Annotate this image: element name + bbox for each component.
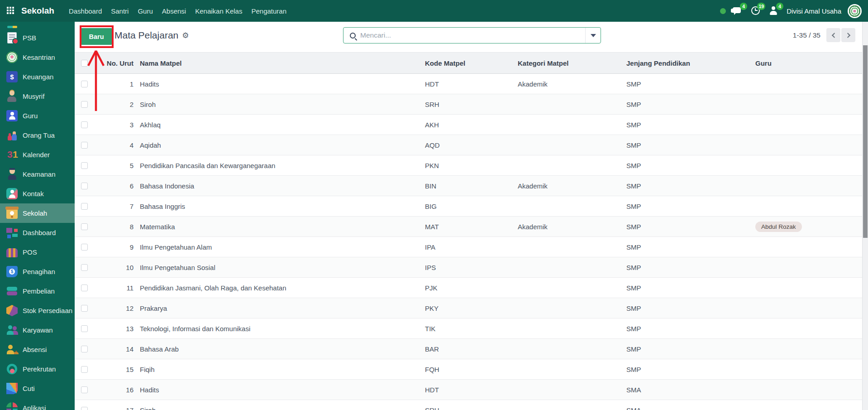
activities-badge: 19 — [757, 3, 765, 10]
table-row[interactable]: 17SirohSRHSMA — [75, 400, 862, 410]
table-row[interactable]: 15FiqihFQHSMP — [75, 359, 862, 380]
user-avatar[interactable] — [848, 4, 862, 18]
table-row[interactable]: 9Ilmu Pengetahuan AlamIPASMP — [75, 237, 862, 257]
sidebar-item-absensi[interactable]: Absensi — [0, 340, 75, 359]
messages-button[interactable]: 4 — [732, 5, 744, 16]
cell-jenjang-pendidikan: SMP — [622, 366, 751, 373]
sidebar-item-aplikasi[interactable]: Aplikasi — [0, 398, 75, 410]
row-checkbox[interactable] — [81, 81, 88, 87]
cell-jenjang-pendidikan: SMP — [622, 243, 751, 251]
sidebar-item-kesantrian[interactable]: Kesantrian — [0, 48, 75, 67]
cell-kategori-matpel: Akademik — [514, 182, 622, 190]
top-menu-item-kenaikan-kelas[interactable]: Kenaikan Kelas — [191, 0, 247, 22]
requests-button[interactable]: 4 — [768, 5, 780, 16]
sidebar-item-keuangan[interactable]: Keuangan — [0, 67, 75, 87]
top-menu-item-dashboard[interactable]: Dashboard — [64, 0, 106, 22]
row-checkbox[interactable] — [81, 223, 88, 230]
sidebar-item-pembelian[interactable]: Pembelian — [0, 281, 75, 301]
row-checkbox[interactable] — [81, 366, 88, 373]
control-panel: Baru Mata Pelajaran ⚙ 1-35 / 35 — [75, 22, 868, 52]
sidebar: PSBKesantrianKeuanganMusyrifGuruOrang Tu… — [0, 22, 75, 410]
table-row[interactable]: 7Bahasa InggrisBIGSMP — [75, 196, 862, 217]
table-row[interactable]: 14Bahasa ArabBARSMP — [75, 339, 862, 359]
sidebar-item-label: Kesantrian — [23, 53, 55, 61]
cell-jenjang-pendidikan: SMP — [622, 345, 751, 353]
row-checkbox[interactable] — [81, 325, 88, 332]
row-checkbox[interactable] — [81, 305, 88, 312]
table-row[interactable]: 6Bahasa IndonesiaBINAkademikSMP — [75, 176, 862, 196]
sidebar-item-keamanan[interactable]: Keamanan — [0, 164, 75, 184]
table-row[interactable]: 3AkhlaqAKHSMP — [75, 115, 862, 135]
apps-menu-icon[interactable] — [7, 7, 15, 15]
cell-no-urut: 9 — [91, 243, 136, 251]
chat-bubble-icon — [733, 7, 741, 13]
cell-kode-matpel: SRH — [421, 406, 514, 410]
sidebar-item-kontak[interactable]: Kontak — [0, 184, 75, 203]
sidebar-item-cuti[interactable]: Cuti — [0, 379, 75, 398]
table-row[interactable]: 5Pendidikan Pancasila dan Kewarganegaraa… — [75, 155, 862, 176]
top-menu-item-pengaturan[interactable]: Pengaturan — [247, 0, 291, 22]
row-checkbox[interactable] — [81, 101, 88, 108]
sidebar-item-perekrutan[interactable]: Perekrutan — [0, 359, 75, 379]
table-row[interactable]: 4AqidahAQDSMP — [75, 135, 862, 155]
user-name[interactable]: Divisi Amal Usaha — [787, 7, 841, 15]
table-header-row: No. UrutNama MatpelKode MatpelKategori M… — [75, 52, 862, 74]
gear-icon[interactable]: ⚙ — [182, 32, 189, 39]
table-row[interactable]: 1HaditsHDTAkademikSMP — [75, 74, 862, 94]
sidebar-item-karyawan[interactable]: Karyawan — [0, 320, 75, 340]
top-menu-item-guru[interactable]: Guru — [133, 0, 157, 22]
column-header-kode-matpel[interactable]: Kode Matpel — [421, 59, 514, 67]
top-menu-item-absensi[interactable]: Absensi — [157, 0, 191, 22]
table-row[interactable]: 8MatematikaMATAkademikSMPAbdul Rozak — [75, 217, 862, 237]
column-header-nama-matpel[interactable]: Nama Matpel — [136, 59, 421, 67]
sidebar-item-kalender[interactable]: Kalender — [0, 145, 75, 164]
new-button[interactable]: Baru — [81, 28, 112, 45]
guru-tag[interactable]: Abdul Rozak — [755, 222, 802, 232]
row-checkbox[interactable] — [81, 346, 88, 352]
row-checkbox[interactable] — [81, 203, 88, 210]
row-checkbox[interactable] — [81, 386, 88, 393]
sidebar-item-dashboard[interactable]: Dashboard — [0, 223, 75, 242]
row-checkbox[interactable] — [81, 162, 88, 169]
sidebar-item-orang-tua[interactable]: Orang Tua — [0, 125, 75, 145]
cell-nama-matpel: Teknologi, Informasi dan Komunikasi — [136, 325, 421, 333]
table-row[interactable]: 12PrakaryaPKYSMP — [75, 298, 862, 318]
vertical-scrollbar[interactable] — [862, 22, 868, 410]
sidebar-item-stok-persediaan[interactable]: Stok Persediaan — [0, 301, 75, 320]
row-checkbox[interactable] — [81, 183, 88, 189]
row-checkbox[interactable] — [81, 264, 88, 271]
sidebar-item-pos[interactable]: POS — [0, 242, 75, 262]
table-row[interactable]: 2SirohSRHSMP — [75, 94, 862, 115]
column-header-no-urut[interactable]: No. Urut — [91, 59, 136, 67]
row-checkbox[interactable] — [81, 285, 88, 291]
sidebar-item-label: PSB — [23, 34, 36, 42]
pager-prev-button[interactable] — [826, 28, 840, 42]
column-header-jenjang-pendidikan[interactable]: Jenjang Pendidikan — [622, 59, 751, 67]
sidebar-item-sekolah[interactable]: Sekolah — [0, 203, 75, 223]
column-header-kategori-matpel[interactable]: Kategori Matpel — [514, 59, 622, 67]
row-checkbox[interactable] — [81, 142, 88, 149]
pager-next-button[interactable] — [841, 28, 855, 42]
row-checkbox-cell — [75, 264, 91, 271]
app-brand[interactable]: Sekolah — [21, 6, 54, 16]
sidebar-item-psb[interactable]: PSB — [0, 28, 75, 48]
row-checkbox[interactable] — [81, 121, 88, 128]
search-input[interactable] — [356, 31, 585, 39]
table-row[interactable]: 10Ilmu Pengetahuan SosialIPSSMP — [75, 257, 862, 278]
column-header-guru[interactable]: Guru — [751, 59, 862, 67]
row-checkbox-cell — [75, 162, 91, 169]
row-checkbox[interactable] — [81, 244, 88, 251]
select-all-checkbox[interactable] — [81, 60, 88, 67]
search-dropdown-caret-icon[interactable] — [586, 28, 601, 43]
sidebar-item-musyrif[interactable]: Musyrif — [0, 87, 75, 106]
row-checkbox[interactable] — [81, 407, 88, 410]
scrollbar-thumb[interactable] — [863, 45, 868, 238]
table-row[interactable]: 11Pendidikan Jasmani, Olah Raga, dan Kes… — [75, 278, 862, 298]
table-row[interactable]: 13Teknologi, Informasi dan KomunikasiTIK… — [75, 318, 862, 339]
activities-button[interactable]: 19 — [750, 5, 762, 16]
cell-jenjang-pendidikan: SMP — [622, 80, 751, 88]
sidebar-item-guru[interactable]: Guru — [0, 106, 75, 125]
top-menu-item-santri[interactable]: Santri — [106, 0, 133, 22]
table-row[interactable]: 16HaditsHDTSMA — [75, 380, 862, 400]
sidebar-item-penagihan[interactable]: Penagihan — [0, 262, 75, 281]
